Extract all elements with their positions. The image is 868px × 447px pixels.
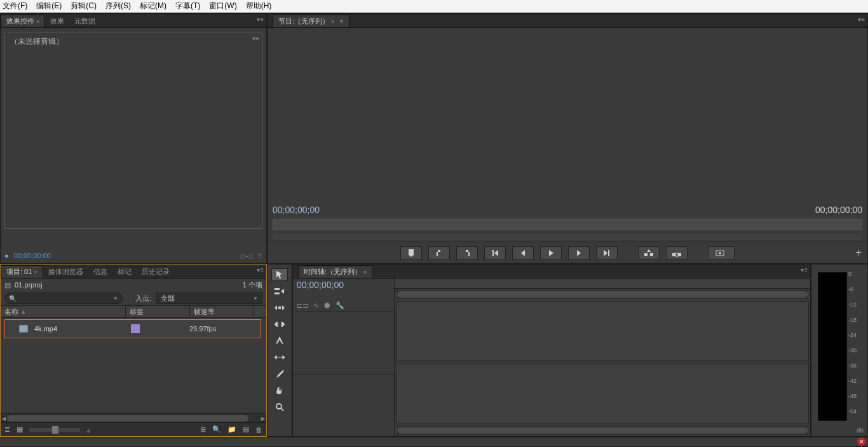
tab-history[interactable]: 历史记录 <box>137 265 175 278</box>
sort-icon[interactable]: ⟁ <box>86 426 91 434</box>
project-column-header: 名称▲ 标签 帧速率 <box>1 305 266 318</box>
timeline-ruler[interactable] <box>395 279 810 289</box>
meter-tick: 0 <box>848 271 857 277</box>
button-editor-add[interactable]: ＋ <box>853 246 864 259</box>
tab-program[interactable]: 节目:（无序列）×▼ <box>273 15 349 27</box>
panel-menu-icon[interactable]: ▾≡ <box>257 266 264 273</box>
lift-button[interactable] <box>638 246 660 260</box>
menu-window[interactable]: 窗口(W) <box>209 1 236 11</box>
scrollbar-thumb[interactable] <box>397 427 808 434</box>
col-name-header[interactable]: 名称▲ <box>1 307 125 317</box>
tab-effects[interactable]: 效果 <box>45 15 69 27</box>
selection-tool[interactable] <box>271 268 288 281</box>
add-marker-button[interactable] <box>400 246 422 260</box>
error-indicator-icon[interactable]: ✕ <box>857 437 865 446</box>
pen-tool[interactable] <box>271 368 288 380</box>
project-item-row[interactable]: 4k.mp4 29.97fps <box>4 319 261 338</box>
project-search-input[interactable]: 🔍 ▼ <box>4 292 123 304</box>
scrollbar-thumb[interactable] <box>397 291 808 298</box>
mark-out-button[interactable] <box>456 246 478 260</box>
close-icon[interactable]: × <box>34 269 37 275</box>
timeline-timecode[interactable]: 00;00;00;00 <box>297 280 390 290</box>
timeline-tracks-area <box>395 279 810 436</box>
snap-icon[interactable]: ⊏⊐ <box>297 301 308 310</box>
go-to-out-button[interactable] <box>596 246 618 260</box>
chevron-down-icon[interactable]: ▼ <box>113 296 118 301</box>
hand-tool[interactable] <box>271 384 288 397</box>
menu-clip[interactable]: 剪辑(C) <box>71 1 97 11</box>
razor-tool[interactable] <box>271 334 288 347</box>
menu-marker[interactable]: 标记(M) <box>140 1 166 11</box>
tab-metadata[interactable]: 元数据 <box>69 15 100 27</box>
new-item-button[interactable]: ▤ <box>243 425 249 434</box>
go-to-in-button[interactable] <box>484 246 506 260</box>
panel-menu-icon[interactable]: ▾≡ <box>801 266 808 273</box>
inpoint-filter-select[interactable]: 全部 ▼ <box>156 292 262 304</box>
meter-tick: -36 <box>848 362 857 369</box>
col-fps-header[interactable]: 帧速率 <box>190 307 254 317</box>
tab-project-label: 项目: 01 <box>6 267 32 277</box>
find-button[interactable]: 🔍 <box>212 425 221 434</box>
program-timeline-bar[interactable] <box>273 219 862 230</box>
track-select-tool[interactable] <box>271 285 288 298</box>
loop-icon[interactable]: ▷◁ <box>241 252 252 260</box>
program-monitor-view[interactable]: 00;00;00;00 00;00;00;00 <box>268 28 867 242</box>
close-icon[interactable]: × <box>36 18 39 25</box>
col-label-header[interactable]: 标签 <box>126 307 189 317</box>
marker-icon[interactable]: ⬣ <box>324 301 330 310</box>
timeline-zoom-scrollbar[interactable] <box>397 290 808 299</box>
project-item-label-color[interactable] <box>131 324 140 333</box>
video-track-headers[interactable] <box>293 311 394 374</box>
tab-markers[interactable]: 标记 <box>112 265 137 278</box>
scroll-left-icon[interactable]: ◀ <box>1 415 7 422</box>
slip-tool[interactable] <box>271 351 288 364</box>
scroll-right-icon[interactable]: ▶ <box>260 415 266 422</box>
project-h-scrollbar[interactable]: ◀ ▶ <box>1 413 266 422</box>
menu-help[interactable]: 帮助(H) <box>246 1 272 11</box>
program-ruler[interactable] <box>273 234 862 240</box>
automate-to-sequence-button[interactable]: ⊞ <box>200 425 206 434</box>
panel-menu-icon[interactable]: ▾≡ <box>257 16 264 23</box>
menu-edit[interactable]: 编辑(E) <box>36 1 62 11</box>
project-item-list[interactable]: 4k.mp4 29.97fps <box>1 318 266 413</box>
tab-info[interactable]: 信息 <box>88 265 112 278</box>
play-button[interactable] <box>540 246 562 260</box>
step-forward-button[interactable] <box>568 246 590 260</box>
menu-sequence[interactable]: 序列(S) <box>105 1 131 11</box>
source-timecode[interactable]: 00;00;00;00 <box>14 252 51 259</box>
thumbnail-size-slider[interactable] <box>29 428 80 432</box>
icon-view-button[interactable]: ▦ <box>17 425 23 434</box>
step-back-button[interactable] <box>512 246 534 260</box>
export-frame-button[interactable] <box>708 246 735 260</box>
zoom-tool[interactable] <box>271 401 288 413</box>
export-frame-icon[interactable]: ⇪ <box>257 252 262 260</box>
audio-tracks[interactable] <box>396 364 809 423</box>
audio-meter[interactable] <box>818 272 847 421</box>
tab-project[interactable]: 项目: 01× <box>1 265 43 278</box>
extract-button[interactable] <box>666 246 688 260</box>
rate-stretch-tool[interactable] <box>271 318 288 331</box>
tab-effect-controls[interactable]: 效果控件× <box>1 15 45 27</box>
slider-knob[interactable] <box>52 426 58 434</box>
delete-button[interactable]: 🗑 <box>255 426 262 434</box>
mark-in-button[interactable] <box>428 246 450 260</box>
close-icon[interactable]: × <box>331 18 334 25</box>
panel-menu-icon[interactable]: ▾≡ <box>858 16 865 23</box>
chevron-down-icon[interactable]: ▼ <box>339 18 344 24</box>
scrollbar-thumb[interactable] <box>7 415 248 422</box>
effect-box-menu-icon[interactable]: ▾≡ <box>252 35 259 42</box>
menu-file[interactable]: 文件(F) <box>3 1 27 11</box>
tab-media-browser[interactable]: 媒体浏览器 <box>43 265 88 278</box>
video-tracks[interactable] <box>396 301 809 361</box>
ripple-edit-tool[interactable] <box>271 301 288 314</box>
timeline-h-scrollbar[interactable] <box>397 426 808 435</box>
menu-subtitle[interactable]: 字幕(T) <box>175 1 200 11</box>
tab-timeline[interactable]: 时间轴:（无序列）× <box>298 265 372 278</box>
settings-icon[interactable]: 🔧 <box>336 301 344 310</box>
audio-track-headers[interactable] <box>293 374 394 437</box>
close-icon[interactable]: × <box>363 269 367 275</box>
linked-selection-icon[interactable]: ∿ <box>313 301 319 310</box>
new-bin-button[interactable]: 📁 <box>227 425 236 434</box>
program-timecode-current[interactable]: 00;00;00;00 <box>273 205 320 215</box>
list-view-button[interactable]: ≣ <box>4 425 10 434</box>
